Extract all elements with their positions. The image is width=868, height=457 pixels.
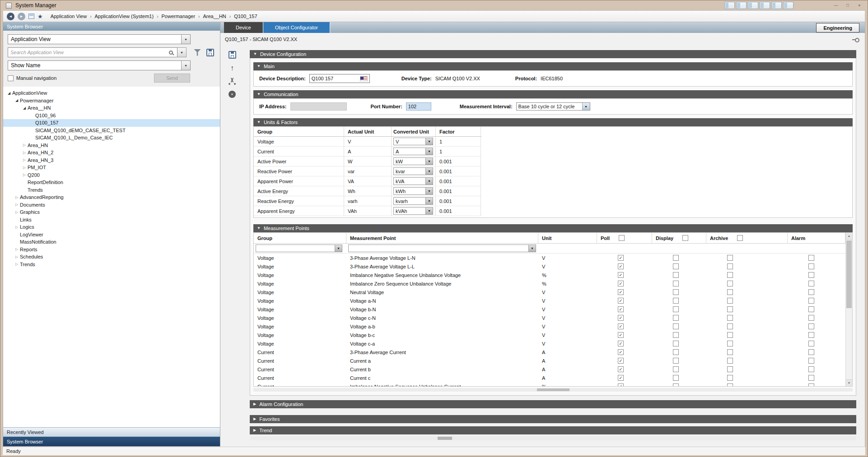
alarm-checkbox[interactable] (808, 298, 814, 304)
section-communication[interactable]: ▼ Communication (253, 90, 853, 98)
display-checkbox[interactable] (673, 349, 679, 355)
up-arrow-icon[interactable]: ↑ (230, 65, 234, 72)
content-hscrollbar[interactable] (250, 436, 856, 440)
tree-item[interactable]: ▷Reports (3, 246, 220, 254)
select-all-poll-checkbox[interactable] (619, 235, 625, 241)
archive-checkbox[interactable] (727, 366, 733, 372)
tree-item[interactable]: ▷Documents (3, 201, 220, 209)
dock-layout-icon[interactable] (760, 2, 770, 9)
poll-checkbox[interactable]: ✓ (618, 315, 624, 321)
device-description-input[interactable]: Q100 157 (309, 74, 370, 83)
view-selector[interactable]: Application View ▼ (8, 34, 191, 44)
poll-checkbox[interactable]: ✓ (618, 383, 624, 387)
display-checkbox[interactable] (673, 323, 679, 329)
converted-unit-dropdown[interactable]: A▼ (393, 148, 433, 155)
tree-item[interactable]: ▷Logics (3, 223, 220, 231)
chevron-down-icon[interactable]: ▼ (425, 208, 433, 214)
maximize-button[interactable]: □ (843, 2, 852, 9)
save-icon[interactable] (229, 51, 236, 59)
chevron-down-icon[interactable]: ▼ (335, 245, 342, 252)
measurement-interval-dropdown[interactable]: Base 10 cycle or 12 cycle ▼ (516, 102, 590, 111)
poll-checkbox[interactable]: ✓ (618, 272, 624, 278)
tree-item[interactable]: MassNotification (3, 238, 220, 246)
poll-checkbox[interactable]: ✓ (618, 341, 624, 346)
tree-collapsed-icon[interactable]: ▷ (21, 173, 28, 177)
chevron-down-icon[interactable]: ▼ (425, 178, 433, 185)
tree-expanded-icon[interactable]: ◢ (14, 98, 20, 102)
filter-icon[interactable] (194, 49, 201, 56)
poll-checkbox[interactable]: ✓ (618, 306, 624, 312)
dock-layout-icon[interactable] (771, 2, 782, 9)
tree-item[interactable]: ◢Powermanager (3, 97, 220, 105)
alarm-checkbox[interactable] (808, 358, 814, 364)
tree-collapsed-icon[interactable]: ▷ (21, 143, 28, 147)
poll-checkbox[interactable]: ✓ (618, 332, 624, 338)
tree-collapsed-icon[interactable]: ▷ (21, 158, 28, 162)
tab-object-configurator[interactable]: Object Configurator (263, 22, 330, 33)
converted-unit-dropdown[interactable]: kVAh▼ (393, 207, 433, 215)
minimize-button[interactable]: — (831, 2, 840, 9)
tree-item[interactable]: ▷Area_HN_2 (3, 149, 220, 157)
collapse-arrow-icon[interactable]: ▼ (257, 65, 261, 68)
converted-unit-dropdown[interactable]: kWh▼ (393, 187, 433, 195)
archive-checkbox[interactable] (727, 349, 733, 355)
display-checkbox[interactable] (673, 358, 679, 364)
tree-item[interactable]: ▷Schedules (3, 253, 220, 261)
display-mode-selector[interactable]: Show Name ▼ (8, 60, 191, 70)
section-favorites[interactable]: ▶ Favorites (250, 415, 856, 423)
tree-item[interactable]: ▷Area_HN (3, 142, 220, 149)
archive-checkbox[interactable] (727, 332, 733, 338)
alarm-checkbox[interactable] (808, 255, 814, 261)
converted-unit-dropdown[interactable]: kvarh▼ (393, 197, 433, 205)
chevron-down-icon[interactable]: ▼ (425, 158, 433, 165)
alarm-checkbox[interactable] (808, 289, 814, 295)
archive-checkbox[interactable] (727, 306, 733, 312)
dock-layout-icon[interactable] (748, 2, 758, 9)
alarm-checkbox[interactable] (808, 366, 814, 372)
scrollbar-thumb[interactable] (846, 240, 852, 308)
alarm-checkbox[interactable] (808, 281, 814, 286)
display-checkbox[interactable] (673, 306, 679, 312)
section-trend[interactable]: ▶ Trend (250, 426, 856, 434)
tree-item[interactable]: ◢ApplicationView (3, 89, 220, 97)
section-main[interactable]: ▼ Main (253, 62, 853, 70)
tree-expanded-icon[interactable]: ◢ (6, 91, 12, 95)
breadcrumb-item[interactable]: ApplicationView (System1) (95, 14, 154, 19)
display-checkbox[interactable] (673, 272, 679, 278)
tree-item[interactable]: Links (3, 216, 220, 224)
archive-checkbox[interactable] (727, 315, 733, 321)
poll-checkbox[interactable]: ✓ (618, 263, 624, 269)
poll-checkbox[interactable]: ✓ (618, 255, 624, 261)
converted-unit-dropdown[interactable]: kVA▼ (393, 177, 433, 185)
tree-item[interactable]: ▷Trends (3, 261, 220, 268)
favorite-star-icon[interactable]: ★ (37, 14, 43, 19)
select-all-display-checkbox[interactable] (682, 235, 688, 241)
display-checkbox[interactable] (673, 281, 679, 286)
tree-collapsed-icon[interactable]: ▷ (21, 151, 28, 155)
poll-checkbox[interactable]: ✓ (618, 289, 624, 295)
collapse-arrow-icon[interactable]: ▼ (253, 52, 257, 56)
converted-unit-dropdown[interactable]: kvar▼ (393, 167, 433, 175)
section-units-factors[interactable]: ▼ Units & Factors (253, 118, 853, 126)
mp-scrollbar[interactable]: ▲ ▼ (845, 233, 852, 386)
display-checkbox[interactable] (673, 315, 679, 321)
display-checkbox[interactable] (673, 341, 679, 346)
alarm-checkbox[interactable] (808, 349, 814, 355)
chevron-down-icon[interactable]: ▼ (425, 188, 433, 194)
poll-checkbox[interactable]: ✓ (618, 366, 624, 372)
tab-device[interactable]: Device (224, 22, 263, 33)
breadcrumb-item[interactable]: Area__HN (203, 14, 226, 19)
select-all-archive-checkbox[interactable] (737, 235, 743, 241)
section-alarm-configuration[interactable]: ▶ Alarm Configuration (250, 400, 856, 408)
search-icon[interactable] (169, 51, 173, 55)
alarm-checkbox[interactable] (808, 375, 814, 381)
save-icon[interactable] (206, 49, 214, 56)
collapse-arrow-icon[interactable]: ▶ (253, 429, 256, 432)
manual-navigation-checkbox[interactable] (8, 75, 14, 81)
chevron-down-icon[interactable]: ▼ (582, 103, 590, 110)
scroll-up-icon[interactable]: ▲ (846, 233, 852, 240)
collapse-arrow-icon[interactable]: ▶ (253, 402, 256, 406)
tree-item[interactable]: ▷PM_IOT (3, 164, 220, 171)
poll-checkbox[interactable]: ✓ (618, 375, 624, 381)
collapse-arrow-icon[interactable]: ▼ (257, 92, 261, 96)
